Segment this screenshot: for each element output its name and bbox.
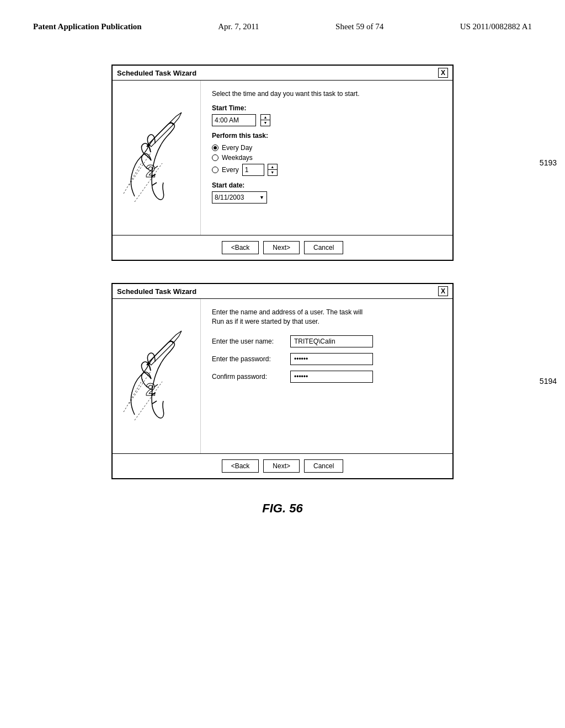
dialog1-footer: <Back Next> Cancel [113, 235, 452, 260]
username-label: Enter the user name: [212, 338, 284, 345]
password-row: Enter the password: [212, 353, 441, 365]
dialog1: Scheduled Task Wizard X [111, 65, 454, 261]
patent-number-label: US 2011/0082882 A1 [460, 22, 532, 31]
dialog1-close-button[interactable]: X [438, 68, 448, 78]
pen-hand-illustration2: 2 [118, 315, 195, 437]
every-spinner-down[interactable]: ▼ [268, 170, 277, 175]
every-radio[interactable] [212, 167, 218, 173]
dialog1-title: Scheduled Task Wizard [117, 69, 196, 77]
every-spinner-up[interactable]: ▲ [268, 164, 277, 170]
svg-line-7 [124, 160, 143, 194]
svg-line-4 [152, 183, 157, 185]
dialog2-annotation: 5194 [540, 377, 557, 386]
perform-task-radio-group: Every Day Weekdays Every ▲ ▼ [212, 144, 441, 176]
start-time-label: Start Time: [212, 104, 441, 112]
dialog2: Scheduled Task Wizard X [111, 283, 454, 479]
every-day-radio[interactable] [212, 144, 218, 151]
username-input[interactable] [290, 335, 373, 347]
weekdays-option[interactable]: Weekdays [212, 154, 441, 162]
dropdown-arrow-icon: ▼ [259, 195, 264, 200]
figure-label: FIG. 56 [33, 501, 532, 516]
dialog1-wrapper: Scheduled Task Wizard X [33, 65, 532, 261]
password-input[interactable] [290, 353, 373, 365]
publication-label: Patent Application Publication [33, 22, 142, 31]
every-day-label: Every Day [222, 144, 252, 152]
dialog2-content: Enter the name and address of a user. Th… [201, 299, 452, 453]
dialog1-cancel-button[interactable]: Cancel [304, 241, 343, 254]
dialog1-annotation: 5193 [540, 158, 557, 167]
start-time-spinner[interactable]: ▲ ▼ [260, 114, 270, 126]
dialog2-close-button[interactable]: X [438, 286, 448, 296]
every-day-option[interactable]: Every Day [212, 144, 441, 152]
dialog1-body: 2 Select the time and day you want this … [113, 81, 452, 235]
dialog2-back-button[interactable]: <Back [222, 459, 259, 473]
dialog2-illustration: 2 [113, 299, 201, 453]
svg-text:2: 2 [146, 379, 156, 399]
every-option[interactable]: Every ▲ ▼ [212, 164, 441, 176]
svg-line-13 [152, 401, 157, 404]
dialog1-description: Select the time and day you want this ta… [212, 89, 441, 99]
start-date-row: 8/11/2003 ▼ [212, 191, 441, 204]
perform-task-label: Perform this task: [212, 132, 441, 140]
every-value-input[interactable] [242, 164, 264, 176]
dialog2-titlebar: Scheduled Task Wizard X [113, 284, 452, 299]
dialog2-title: Scheduled Task Wizard [117, 287, 196, 296]
dialog2-wrapper: Scheduled Task Wizard X [33, 283, 532, 479]
date-label: Apr. 7, 2011 [218, 22, 259, 31]
dialog2-desc-line1: Enter the name and address of a user. Th… [212, 308, 363, 316]
dialog2-description: Enter the name and address of a user. Th… [212, 308, 441, 326]
dialog2-footer: <Back Next> Cancel [113, 453, 452, 478]
svg-line-16 [124, 379, 143, 412]
sheet-label: Sheet 59 of 74 [335, 22, 383, 31]
pen-hand-illustration: 2 [118, 97, 195, 218]
start-date-label: Start date: [212, 181, 441, 189]
dialog1-back-button[interactable]: <Back [222, 241, 259, 254]
weekdays-radio[interactable] [212, 154, 218, 161]
username-row: Enter the user name: [212, 335, 441, 347]
dialog1-titlebar: Scheduled Task Wizard X [113, 66, 452, 81]
spinner-down-arrow[interactable]: ▼ [261, 120, 270, 126]
password-label: Enter the password: [212, 355, 284, 363]
svg-text:2: 2 [146, 161, 156, 181]
dialog1-illustration: 2 [113, 81, 201, 235]
confirm-password-input[interactable] [290, 371, 373, 383]
confirm-password-row: Confirm password: [212, 371, 441, 383]
every-label: Every [222, 166, 239, 174]
start-date-value: 8/11/2003 [215, 194, 244, 201]
page-header: Patent Application Publication Apr. 7, 2… [33, 22, 532, 31]
start-date-dropdown[interactable]: 8/11/2003 ▼ [212, 191, 267, 204]
start-time-input[interactable] [212, 114, 256, 126]
dialog2-desc-line2: Run as if it were started by that user. [212, 318, 319, 325]
dialog2-cancel-button[interactable]: Cancel [304, 459, 343, 473]
every-spinner[interactable]: ▲ ▼ [268, 164, 278, 176]
confirm-password-label: Confirm password: [212, 373, 284, 381]
dialog1-content: Select the time and day you want this ta… [201, 81, 452, 235]
dialog2-body: 2 Enter the name and address of a user. … [113, 299, 452, 453]
dialog2-next-button[interactable]: Next> [263, 459, 300, 473]
start-time-row: ▲ ▼ [212, 114, 441, 126]
weekdays-label: Weekdays [222, 154, 253, 162]
spinner-up-arrow[interactable]: ▲ [261, 115, 270, 120]
dialog1-next-button[interactable]: Next> [263, 241, 300, 254]
